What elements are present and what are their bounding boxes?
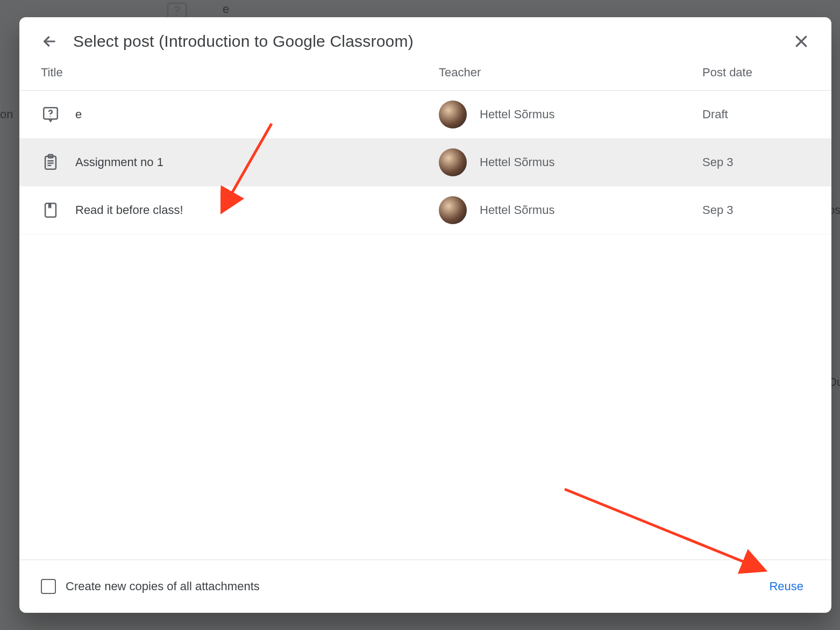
checkbox-box [41,579,56,594]
table-row[interactable]: e Hettel Sõrmus Draft [19,91,831,139]
posts-table: Title Teacher Post date e Hettel S [19,66,831,560]
dialog-header: Select post (Introduction to Google Clas… [19,17,831,66]
col-teacher: Teacher [439,66,702,80]
teacher-name: Hettel Sõrmus [480,108,554,121]
assignment-icon [41,153,60,172]
close-button[interactable] [793,33,810,50]
cell-postdate: Draft [702,108,810,121]
reuse-button[interactable]: Reuse [763,575,810,598]
back-button[interactable] [41,33,58,50]
cell-postdate: Sep 3 [702,203,810,217]
row-title: e [75,108,82,121]
select-post-dialog: Select post (Introduction to Google Clas… [19,17,831,613]
question-icon [41,105,60,124]
table-header: Title Teacher Post date [19,66,831,91]
cell-teacher: Hettel Sõrmus [439,148,702,176]
avatar [439,148,467,176]
row-title: Read it before class! [75,203,183,217]
cell-title: Assignment no 1 [41,153,439,172]
table-row[interactable]: Read it before class! Hettel Sõrmus Sep … [19,187,831,234]
cell-postdate: Sep 3 [702,155,810,169]
avatar [439,196,467,224]
copy-attachments-checkbox[interactable]: Create new copies of all attachments [41,579,260,594]
cell-teacher: Hettel Sõrmus [439,196,702,224]
col-title: Title [41,66,439,80]
close-icon [793,33,809,49]
dialog-title: Select post (Introduction to Google Clas… [73,32,778,51]
checkbox-label: Create new copies of all attachments [66,579,260,593]
teacher-name: Hettel Sõrmus [480,203,554,217]
cell-teacher: Hettel Sõrmus [439,101,702,128]
cell-title: Read it before class! [41,201,439,220]
row-title: Assignment no 1 [75,155,163,169]
dialog-footer: Create new copies of all attachments Reu… [19,560,831,613]
cell-title: e [41,105,439,124]
arrow-left-icon [41,33,58,50]
avatar [439,101,467,128]
material-icon [41,201,60,220]
svg-point-3 [49,116,51,117]
table-row[interactable]: Assignment no 1 Hettel Sõrmus Sep 3 [19,139,831,187]
teacher-name: Hettel Sõrmus [480,155,554,169]
col-postdate: Post date [702,66,810,80]
